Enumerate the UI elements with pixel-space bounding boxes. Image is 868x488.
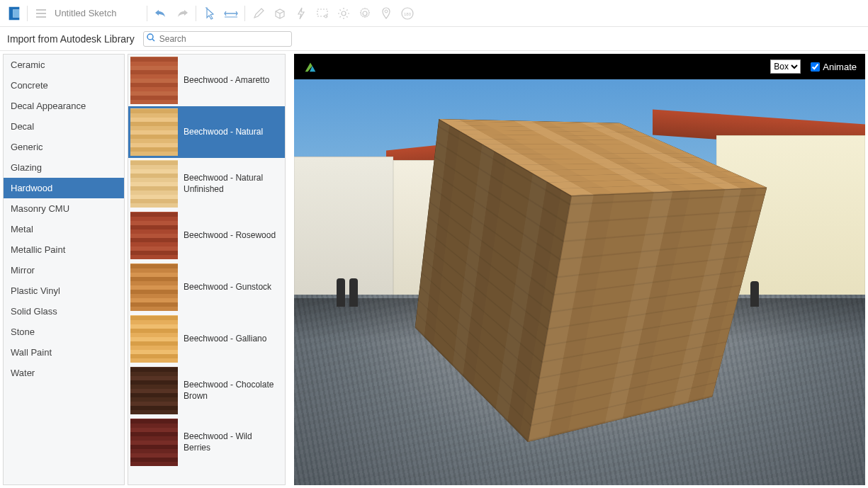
material-item[interactable]: Beechwood - Chocolate Brown: [128, 365, 285, 416]
divider: [27, 6, 28, 21]
sun-icon[interactable]: [333, 3, 354, 24]
material-swatch: [130, 108, 178, 156]
category-item[interactable]: Glazing: [4, 157, 124, 178]
person-silhouette: [750, 281, 759, 307]
pencil-icon[interactable]: [248, 3, 269, 24]
material-label: Beechwood - Chocolate Brown: [178, 380, 283, 402]
undo-icon[interactable]: [150, 3, 171, 24]
preview-cube[interactable]: [466, 149, 693, 375]
svg-point-2: [342, 11, 346, 16]
category-item[interactable]: Water: [4, 363, 124, 383]
svg-point-3: [363, 11, 367, 16]
category-item[interactable]: Stone: [4, 322, 124, 342]
material-swatch: [130, 315, 178, 363]
material-swatch: [130, 57, 178, 104]
material-swatch: [130, 212, 178, 259]
material-label: Beechwood - Amaretto: [178, 75, 283, 86]
material-swatch: [130, 263, 178, 311]
category-panel[interactable]: CeramicConcreteDecal AppearanceDecalGene…: [3, 54, 125, 485]
preview-viewport[interactable]: [294, 79, 865, 485]
search-input[interactable]: [143, 31, 292, 47]
material-label: Beechwood - Natural: [178, 127, 283, 138]
material-item[interactable]: Beechwood - Natural Unfinished: [128, 158, 285, 210]
stamp-icon[interactable]: [312, 3, 333, 24]
app-logo[interactable]: [4, 4, 24, 23]
divider: [244, 6, 245, 21]
shape-select[interactable]: Box: [770, 59, 801, 74]
preview-header: Box Animate: [294, 54, 865, 79]
material-item[interactable]: Beechwood - Amaretto: [128, 55, 285, 106]
category-item[interactable]: Metallic Paint: [4, 239, 124, 260]
category-item[interactable]: Decal: [4, 116, 124, 137]
cursor-icon[interactable]: [199, 3, 220, 24]
person-silhouette: [337, 278, 345, 307]
search-wrap: [143, 31, 292, 47]
sketch-title-input[interactable]: [52, 5, 144, 21]
page-title: Import from Autodesk Library: [7, 33, 135, 45]
material-swatch: [130, 367, 178, 414]
preview-panel: Box Animate: [294, 54, 865, 485]
person-silhouette: [349, 278, 358, 307]
redo-icon[interactable]: [171, 3, 193, 24]
category-item[interactable]: Solid Glass: [4, 301, 124, 322]
autodesk-logo-icon: [303, 59, 318, 74]
svg-point-4: [385, 10, 388, 13]
animate-toggle[interactable]: Animate: [811, 62, 857, 72]
badge-180-icon[interactable]: 180: [397, 3, 418, 24]
materials-panel[interactable]: Beechwood - AmarettoBeechwood - NaturalB…: [128, 54, 286, 485]
material-label: Beechwood - Rosewood: [178, 230, 283, 242]
svg-point-7: [147, 34, 153, 40]
material-swatch: [130, 419, 178, 466]
animate-checkbox[interactable]: [811, 62, 820, 72]
pin-icon[interactable]: [376, 3, 397, 24]
main: CeramicConcreteDecal AppearanceDecalGene…: [0, 51, 868, 488]
dimension-icon[interactable]: [220, 3, 242, 24]
category-item[interactable]: Wall Paint: [4, 342, 124, 363]
preview-controls: Box Animate: [770, 59, 857, 74]
material-item[interactable]: Beechwood - Natural: [128, 106, 285, 158]
material-label: Beechwood - Natural Unfinished: [178, 173, 283, 195]
menu-icon[interactable]: [30, 3, 52, 24]
top-toolbar: 180: [0, 0, 868, 27]
material-item[interactable]: Beechwood - Wild Berries: [128, 416, 285, 468]
category-item[interactable]: Decal Appearance: [4, 96, 124, 116]
gear-icon[interactable]: [354, 3, 376, 24]
category-item[interactable]: Generic: [4, 137, 124, 157]
category-item[interactable]: Ceramic: [4, 55, 124, 75]
search-icon: [147, 33, 155, 44]
divider: [196, 6, 196, 21]
divider: [147, 6, 147, 21]
category-item[interactable]: Plastic Vinyl: [4, 280, 124, 301]
category-item[interactable]: Concrete: [4, 75, 124, 96]
material-item[interactable]: Beechwood - Gunstock: [128, 261, 285, 313]
category-item[interactable]: Hardwood: [4, 178, 124, 198]
category-item[interactable]: Metal: [4, 219, 124, 239]
animate-label-text: Animate: [823, 62, 857, 72]
material-label: Beechwood - Gunstock: [178, 282, 283, 293]
material-label: Beechwood - Wild Berries: [178, 431, 283, 453]
material-label: Beechwood - Galliano: [178, 334, 283, 345]
svg-text:180: 180: [404, 12, 412, 16]
building: [294, 157, 393, 298]
material-item[interactable]: Beechwood - Rosewood: [128, 210, 285, 261]
category-item[interactable]: Mirror: [4, 260, 124, 280]
box-3d-icon[interactable]: [269, 3, 291, 24]
subheader: Import from Autodesk Library: [0, 27, 868, 51]
category-item[interactable]: Masonry CMU: [4, 198, 124, 219]
material-item[interactable]: Beechwood - Galliano: [128, 313, 285, 365]
lightning-icon[interactable]: [291, 3, 312, 24]
material-swatch: [130, 160, 178, 208]
